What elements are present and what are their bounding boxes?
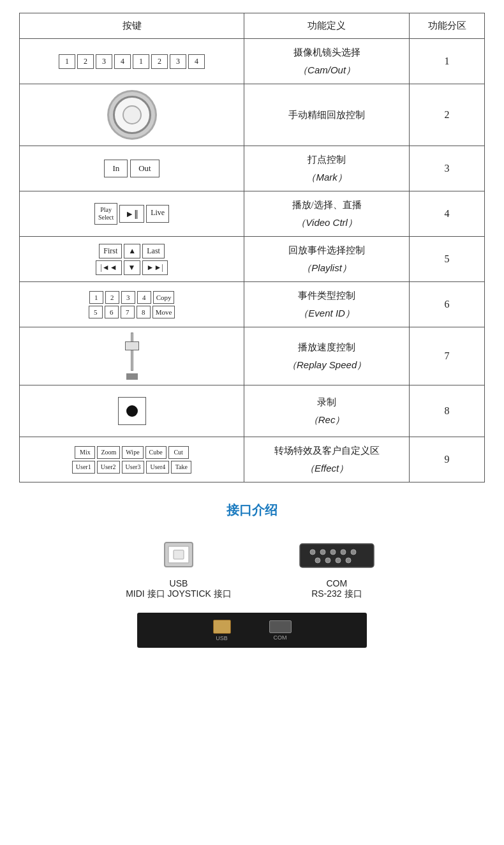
usb-label-line1: USB [126,578,232,588]
eventid-row-2: 5 6 7 8 Move [89,306,175,318]
panel-com-label: COM [274,634,287,641]
user3-button[interactable]: User3 [122,461,145,474]
eid-2[interactable]: 2 [105,291,119,304]
cam-btn-2-1[interactable]: 1 [133,54,149,69]
func-text-2: 手动精细回放控制 [248,107,405,124]
jog-wheel[interactable] [113,96,151,134]
rec-dot [126,405,138,417]
svg-point-12 [346,558,351,563]
com-icon [299,541,375,570]
eid-8[interactable]: 8 [137,306,151,318]
zoom-button[interactable]: Zoom [97,446,120,459]
play-select-button[interactable]: PlaySelect [94,203,117,225]
live-button[interactable]: Live [146,205,169,223]
user2-button[interactable]: User2 [97,461,120,474]
eid-4[interactable]: 4 [137,291,151,304]
func-cell-1: 摄像机镜头选择 （Cam/Out） [244,39,410,84]
com-label-line2: RS-232 接口 [311,588,362,600]
svg-point-9 [315,558,320,563]
panel-usb-port [213,620,231,634]
func-cell-2: 手动精细回放控制 [244,84,410,146]
table-row: 1 2 3 4 Copy 5 6 7 8 Move [20,282,485,327]
svg-point-8 [351,550,356,555]
func-en-1: （Cam/Out） [248,61,405,79]
mix-button[interactable]: Mix [75,446,95,459]
key-cell-6: 1 2 3 4 Copy 5 6 7 8 Move [20,282,244,327]
com-label-line1: COM [311,578,362,588]
first-button[interactable]: First [99,244,122,258]
func-cn-1: 摄像机镜头选择 [248,44,405,61]
play-pause-button[interactable]: ►‖ [119,205,144,223]
fader-track [131,333,133,371]
take-button[interactable]: Take [171,461,191,474]
next-button[interactable]: ►►| [142,260,168,275]
eid-6[interactable]: 6 [105,306,119,318]
jog-outer: ··· [113,96,151,134]
copy-button[interactable]: Copy [153,291,175,304]
cam-btn-2-4[interactable]: 4 [188,54,205,69]
cam-row-1: 1 2 3 4 [59,54,131,69]
func-cn-9: 转场特效及客户自定义区 [248,442,405,460]
func-en-7: （Replay Speed） [248,356,405,373]
user1-button[interactable]: User1 [72,461,95,474]
panel-com-port [269,620,292,633]
func-cn-2: 手动精细回放控制 [248,107,405,124]
eid-1[interactable]: 1 [89,291,103,304]
func-cn-4: 播放/选择、直播 [248,197,405,214]
cam-btn-2-2[interactable]: 2 [151,54,168,69]
func-text-9: 转场特效及客户自定义区 （Effect） [248,442,405,477]
arrow-down-button[interactable]: ▼ [124,260,140,275]
last-button[interactable]: Last [142,244,165,258]
fader-track-wrapper [122,333,142,371]
in-out-group: In Out [24,160,240,177]
zone-cell-4: 4 [410,191,485,237]
cut-button[interactable]: Cut [168,446,189,459]
fader-container [24,333,240,380]
cam-btn-1-1[interactable]: 1 [59,54,75,69]
wipe-button[interactable]: Wipe [122,446,143,459]
usb-icon [159,540,198,572]
svg-rect-2 [174,550,184,559]
cam-btn-1-2[interactable]: 2 [77,54,94,69]
user4-button[interactable]: User4 [146,461,169,474]
move-button[interactable]: Move [152,306,175,318]
usb-label-line2: MIDI 接口 JOYSTICK 接口 [126,588,232,600]
table-row: 播放速度控制 （Replay Speed） 7 [20,327,485,385]
zone-cell-6: 6 [410,282,485,327]
rec-outer[interactable] [118,397,146,425]
func-cell-6: 事件类型控制 （Event ID） [244,282,410,327]
svg-point-5 [320,550,325,555]
cam-btn-1-3[interactable]: 3 [96,54,112,69]
table-row: 录制 （Rec） 8 [20,385,485,437]
panel-usb-connector: USB [213,620,231,641]
prev-button[interactable]: |◄◄ [96,260,121,275]
eid-5[interactable]: 5 [89,306,103,318]
eid-3[interactable]: 3 [121,291,135,304]
func-cn-6: 事件类型控制 [248,287,405,304]
key-cell-4: PlaySelect ►‖ Live [20,191,244,237]
usb-interface-item: USB MIDI 接口 JOYSTICK 接口 [126,538,232,600]
com-label: COM RS-232 接口 [311,578,362,600]
eid-7[interactable]: 7 [121,306,135,318]
func-cell-4: 播放/选择、直播 （Video Ctrl） [244,191,410,237]
jog-container: ··· [24,89,240,140]
zone-cell-7: 7 [410,327,485,385]
table-row: First ▲ Last |◄◄ ▼ ►►| 回放事件选择控制 [20,237,485,282]
out-button[interactable]: Out [130,160,159,177]
fader-handle[interactable] [125,341,139,350]
func-en-8: （Rec） [248,411,405,428]
col-header-zone: 功能分区 [410,13,485,39]
func-cell-7: 播放速度控制 （Replay Speed） [244,327,410,385]
zone-cell-5: 5 [410,237,485,282]
key-cell-8 [20,385,244,437]
func-cn-3: 打点控制 [248,151,405,168]
cube-button[interactable]: Cube [145,446,167,459]
eventid-row-1: 1 2 3 4 Copy [89,291,175,304]
in-button[interactable]: In [104,160,128,177]
cam-btn-2-3[interactable]: 3 [170,54,186,69]
cam-btn-1-4[interactable]: 4 [114,54,131,69]
jog-inner [122,105,142,124]
func-en-6: （Event ID） [248,304,405,322]
arrow-up-button[interactable]: ▲ [124,244,140,258]
bottom-panel: USB COM [19,613,485,648]
